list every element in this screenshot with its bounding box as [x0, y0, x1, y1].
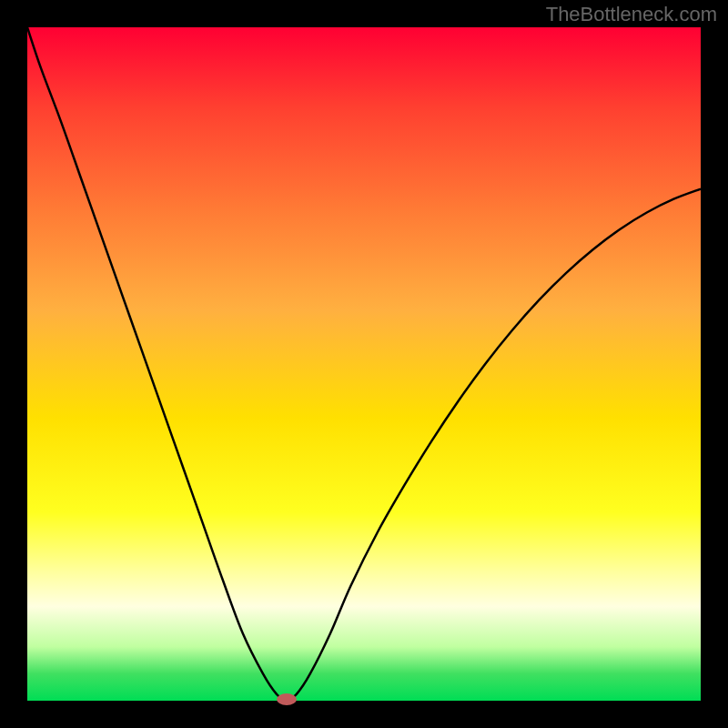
- chart-container: TheBottleneck.com: [0, 0, 728, 728]
- attribution-watermark: TheBottleneck.com: [546, 3, 717, 26]
- chart-gradient-background: [27, 27, 701, 701]
- optimal-point-marker: [277, 693, 297, 705]
